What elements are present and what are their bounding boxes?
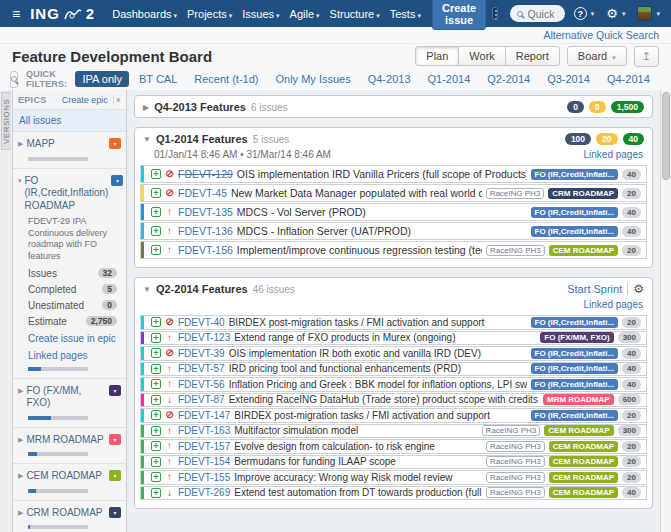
structure-app-icon[interactable] [492,7,497,20]
epic-item-expanded[interactable]: ▾ FO (IR,Credit,Inflation) ROADMAP ▾ FDE… [13,169,126,379]
epic-color-dropdown[interactable]: ▾ [109,138,121,149]
estimate-badge[interactable]: 40 [622,226,641,237]
estimate-badge[interactable]: 20 [622,245,641,256]
issue-key-link[interactable]: FDEVT-123 [178,332,230,343]
quick-filter-q3-2014[interactable]: Q3-2014 [540,71,597,87]
nav-item-structure[interactable]: Structure▾ [325,6,385,22]
nav-item-issues[interactable]: Issues▾ [237,6,284,22]
issue-key-link[interactable]: FDEVT-269 [178,487,230,498]
tools-button[interactable]: ↥ [634,46,659,67]
issue-key-link[interactable]: FDEVT-56 [178,379,225,390]
user-menu[interactable]: ▾ [634,6,663,21]
estimate-badge[interactable]: 40 [622,207,641,218]
start-sprint-link[interactable]: Start Sprint [567,283,622,295]
estimate-badge[interactable]: 40 [622,487,641,498]
epic-item[interactable]: ▶ CRM ROADMAP ▾ [13,501,126,532]
issue-key-link[interactable]: FDEVT-135 [178,206,233,218]
epic-color-dropdown[interactable]: ▾ [111,175,123,186]
tab-plan[interactable]: Plan [415,46,459,66]
issue-row[interactable]: + ⊘ FDEVT-40 BIRDEX post-migration tasks… [140,315,647,330]
issue-key-link[interactable]: FDEVT-87 [178,394,225,405]
issue-row[interactable]: + ↑ FDEVT-123 Extend range of FXO produc… [140,331,647,346]
estimate-badge[interactable]: 20 [622,410,641,421]
epic-item[interactable]: ▶ FO (FX/MM, FXO) ▾ [13,379,126,428]
epic-link-create-issue-in-epic[interactable]: Create issue in epic [28,333,119,344]
issue-row[interactable]: + ↑ FDEVT-135 MDCS - Vol Server (PROD) F… [140,203,647,221]
sprint-settings-gear-icon[interactable]: ⚙ [633,283,644,295]
quick-filter-q4-2014[interactable]: Q4-2014 [600,71,657,87]
scrollbar-thumb[interactable] [662,92,670,180]
estimate-badge[interactable]: 300 [618,332,641,343]
hamburger-menu-icon[interactable]: ≡ [8,6,24,22]
quick-search-input[interactable] [528,8,558,20]
issue-row[interactable]: + ↓ FDEVT-87 Extending RaceING DataHub (… [140,393,647,408]
quick-filter-q2-2014[interactable]: Q2-2014 [480,71,537,87]
issue-key-link[interactable]: FDEVT-154 [178,456,230,467]
versions-tab[interactable]: VERSIONS [0,90,13,532]
issue-row[interactable]: + ⊘ FDEVT-45 New Market Data Manager pop… [140,184,647,202]
linked-pages-link[interactable]: Linked pages [584,149,644,160]
alternative-quick-search-link[interactable]: Alternative Quick Search [543,29,659,41]
issue-key-link[interactable]: FDEVT-156 [178,244,233,256]
epic-item[interactable]: ▶ MRM ROADMAP ▾ [13,428,126,465]
nav-item-tests[interactable]: Tests▾ [385,6,426,22]
estimate-badge[interactable]: 40 [622,169,641,180]
estimate-badge[interactable]: 40 [622,348,641,359]
issue-row[interactable]: + ⊘ FDEVT-129 OIS implementation IRD Van… [140,165,647,183]
admin-menu[interactable]: ⚙▾ [603,7,628,20]
create-epic-link[interactable]: Create epic [62,95,108,105]
nav-item-dashboards[interactable]: Dashboards▾ [107,6,182,22]
help-menu[interactable]: ?▾ [571,7,598,20]
linked-pages-link[interactable]: Linked pages [584,299,644,310]
estimate-badge[interactable]: 300 [618,425,641,436]
vertical-scrollbar[interactable] [660,90,671,532]
issue-row[interactable]: + ⊘ FDEVT-147 BIRDEX post-migration task… [140,408,647,423]
epic-link-linked-pages[interactable]: Linked pages [28,350,119,361]
epics-all-issues[interactable]: All issues [13,109,126,132]
issue-key-link[interactable]: FDEVT-39 [178,348,225,359]
quick-filter-bt-cal[interactable]: BT CAL [132,71,184,87]
close-icon[interactable]: × [113,95,121,105]
issue-row[interactable]: + ⊘ FDEVT-39 OIS implementation IR both … [140,346,647,361]
estimate-badge[interactable]: 20 [622,188,641,199]
issue-row[interactable]: + ↑ FDEVT-57 IRD pricing tool and functi… [140,362,647,377]
issue-row[interactable]: + ↑ FDEVT-156 Implement/improve continuo… [140,241,647,259]
estimate-badge[interactable]: 40 [622,363,641,374]
issue-key-link[interactable]: FDEVT-45 [178,187,227,199]
create-issue-button[interactable]: Create issue [432,0,486,30]
epic-color-dropdown[interactable]: ▾ [109,470,121,481]
issue-row[interactable]: + ↑ FDEVT-157 Evolve design from calcula… [140,439,647,454]
epic-color-dropdown[interactable]: ▾ [109,507,121,518]
tab-report[interactable]: Report [505,46,560,66]
quick-filter-only-my-issues[interactable]: Only My Issues [269,71,358,87]
issue-key-link[interactable]: FDEVT-155 [178,472,230,483]
issue-row[interactable]: + ↑ FDEVT-155 Improve accuracy: Wrong wa… [140,470,647,485]
estimate-badge[interactable]: 40 [622,379,641,390]
epic-color-dropdown[interactable]: ▾ [109,385,121,396]
quick-filter-q4-2013[interactable]: Q4-2013 [361,71,418,87]
issue-key-link[interactable]: FDEVT-163 [178,425,230,436]
tab-work[interactable]: Work [458,46,505,66]
issue-key-link[interactable]: FDEVT-57 [178,363,225,374]
sprint-toggle-chevron[interactable]: ▼ [143,285,151,294]
sprint-toggle-chevron[interactable]: ▼ [143,135,151,144]
estimate-badge[interactable]: 20 [622,317,641,328]
issue-row[interactable]: + ↑ FDEVT-163 Multifactor simulation mod… [140,424,647,439]
estimate-badge[interactable]: 20 [622,456,641,467]
issue-key-link[interactable]: FDEVT-129 [178,168,233,180]
board-menu-button[interactable]: Board ▾ [567,46,627,66]
issue-key-link[interactable]: FDEVT-40 [178,317,225,328]
estimate-badge[interactable]: 20 [622,441,641,452]
estimate-badge[interactable]: 20 [622,472,641,483]
issue-key-link[interactable]: FDEVT-136 [178,225,233,237]
issue-key-link[interactable]: FDEVT-147 [178,410,230,421]
issue-row[interactable]: + ↑ FDEVT-56 Inflation Pricing and Greek… [140,377,647,392]
estimate-badge[interactable]: 600 [618,394,641,405]
epic-color-dropdown[interactable]: ▾ [109,434,121,445]
epic-item[interactable]: ▶ MAPP ▾ [13,132,126,169]
issue-row[interactable]: + ↑ FDEVT-154 Bermudans for funding ILAA… [140,455,647,470]
epic-item[interactable]: ▶ CEM ROADMAP ▾ [13,464,126,501]
quick-filter-q1-2014[interactable]: Q1-2014 [421,71,478,87]
nav-item-agile[interactable]: Agile▾ [285,6,325,22]
issue-key-link[interactable]: FDEVT-157 [178,441,230,452]
